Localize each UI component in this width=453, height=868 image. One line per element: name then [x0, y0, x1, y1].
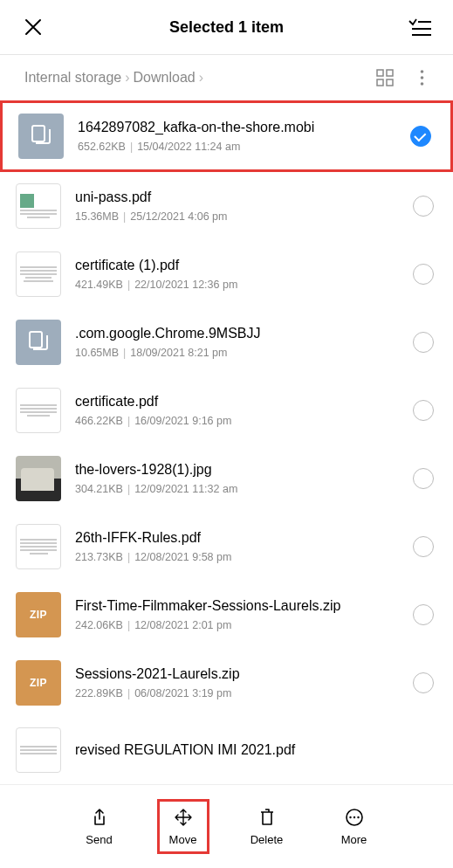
file-row[interactable]: 26th-IFFK-Rules.pdf 213.73KB|12/08/2021 …: [0, 513, 453, 581]
grid-view-button[interactable]: [374, 67, 395, 88]
svg-point-8: [420, 76, 423, 79]
file-meta: 242.06KB|12/08/2021 2:01 pm: [75, 619, 404, 631]
file-meta: 15.36MB|25/12/2021 4:06 pm: [75, 210, 404, 223]
file-meta: 10.65MB|18/09/2021 8:21 pm: [75, 347, 404, 359]
close-button[interactable]: [21, 15, 45, 39]
file-row[interactable]: revised REGULATION IMI 2021.pdf: [0, 717, 453, 773]
svg-point-13: [349, 816, 351, 818]
bottom-action-bar: Send Move Delete More: [0, 784, 453, 868]
chevron-icon: ›: [125, 70, 129, 86]
svg-rect-4: [387, 70, 393, 76]
file-meta: 222.89KB|06/08/2021 3:19 pm: [75, 687, 404, 699]
file-name: 1642897082_kafka-on-the-shore.mobi: [78, 120, 402, 135]
svg-rect-6: [387, 79, 393, 86]
file-row[interactable]: .com.google.Chrome.9MSBJJ 10.65MB|18/09/…: [0, 308, 453, 376]
pdf-thumbnail: [16, 388, 61, 433]
file-name: certificate.pdf: [75, 394, 404, 410]
pdf-thumbnail: [16, 251, 61, 297]
file-name: .com.google.Chrome.9MSBJJ: [75, 326, 404, 341]
action-label: Send: [86, 833, 112, 846]
file-icon: [16, 320, 61, 365]
file-row[interactable]: the-lovers-1928(1).jpg 304.21KB|12/09/20…: [0, 444, 453, 513]
action-label: Delete: [251, 833, 284, 846]
pdf-thumbnail: [16, 524, 61, 569]
file-name: First-Time-Filmmaker-Sessions-Laurels.zi…: [75, 598, 404, 614]
move-button[interactable]: Move: [157, 799, 209, 854]
file-row[interactable]: uni-pass.pdf 15.36MB|25/12/2021 4:06 pm: [0, 172, 453, 240]
trash-icon: [257, 807, 278, 828]
file-meta: 304.21KB|12/09/2021 11:32 am: [75, 483, 404, 495]
pdf-thumbnail: [16, 183, 61, 229]
delete-button[interactable]: Delete: [241, 807, 293, 846]
selection-checkbox[interactable]: [413, 400, 434, 421]
svg-rect-3: [377, 70, 383, 76]
file-meta: 213.73KB|12/08/2021 9:58 pm: [75, 551, 404, 563]
svg-point-14: [353, 816, 354, 818]
file-list: 1642897082_kafka-on-the-shore.mobi 652.6…: [0, 100, 453, 773]
file-icon: [18, 114, 64, 159]
action-label: Move: [169, 833, 197, 846]
selection-checkbox[interactable]: [413, 332, 434, 353]
selection-checkbox[interactable]: [413, 604, 434, 625]
svg-rect-11: [30, 332, 42, 348]
more-button[interactable]: More: [328, 807, 381, 846]
image-thumbnail: [16, 456, 61, 501]
svg-point-15: [357, 816, 359, 818]
file-row[interactable]: ZIP Sessions-2021-Laurels.zip 222.89KB|0…: [0, 649, 453, 717]
overflow-menu-button[interactable]: [411, 67, 432, 88]
file-name: revised REGULATION IMI 2021.pdf: [75, 742, 434, 758]
svg-point-7: [420, 70, 423, 73]
send-button[interactable]: Send: [73, 807, 126, 846]
selection-checkbox[interactable]: [413, 196, 434, 217]
file-meta: 652.62KB|15/04/2022 11:24 am: [78, 141, 402, 153]
selection-checkbox[interactable]: [413, 672, 434, 693]
file-meta: 466.22KB|16/09/2021 9:16 pm: [75, 415, 404, 427]
zip-icon: ZIP: [16, 660, 61, 706]
file-row[interactable]: 1642897082_kafka-on-the-shore.mobi 652.6…: [0, 100, 453, 172]
chevron-icon: ›: [199, 70, 203, 86]
svg-point-9: [420, 82, 423, 86]
selection-checkbox[interactable]: [413, 468, 434, 489]
file-meta: 421.49KB|22/10/2021 12:36 pm: [75, 279, 404, 291]
action-label: More: [341, 833, 367, 846]
file-name: the-lovers-1928(1).jpg: [75, 462, 404, 478]
more-icon: [344, 807, 365, 828]
svg-rect-5: [377, 79, 383, 86]
file-row[interactable]: ZIP First-Time-Filmmaker-Sessions-Laurel…: [0, 581, 453, 649]
file-name: certificate (1).pdf: [75, 258, 404, 273]
file-name: uni-pass.pdf: [75, 189, 404, 205]
file-row[interactable]: certificate (1).pdf 421.49KB|22/10/2021 …: [0, 240, 453, 308]
breadcrumb-folder[interactable]: Download: [134, 70, 196, 86]
breadcrumb-root[interactable]: Internal storage: [24, 70, 121, 86]
breadcrumb: Internal storage › Download ›: [0, 55, 453, 100]
share-icon: [89, 807, 110, 828]
file-name: Sessions-2021-Laurels.zip: [75, 666, 404, 682]
header-title: Selected 1 item: [0, 18, 453, 37]
file-row[interactable]: certificate.pdf 466.22KB|16/09/2021 9:16…: [0, 376, 453, 444]
select-all-button[interactable]: [408, 15, 432, 39]
move-icon: [173, 807, 194, 828]
svg-rect-10: [32, 126, 45, 141]
pdf-thumbnail: [16, 727, 61, 773]
selection-checkbox[interactable]: [413, 264, 434, 285]
file-name: 26th-IFFK-Rules.pdf: [75, 530, 404, 546]
zip-icon: ZIP: [16, 592, 61, 637]
selection-checkbox[interactable]: [413, 536, 434, 557]
selection-checkbox[interactable]: [410, 126, 431, 147]
